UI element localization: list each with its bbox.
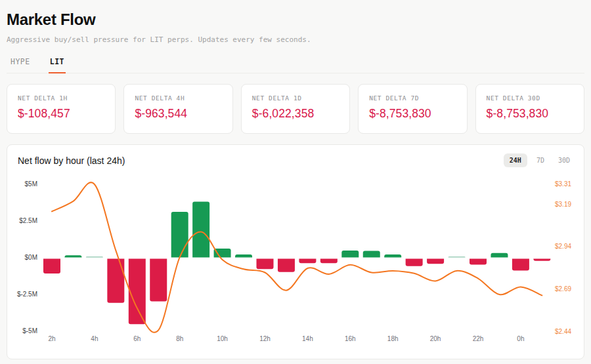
net-flow-bar-3h[interactable] — [64, 255, 81, 257]
net-flow-bar-8h[interactable] — [171, 212, 188, 257]
stat-value: $-108,457 — [18, 107, 104, 121]
x-axis-tick: 6h — [133, 335, 141, 342]
stat-value: $-8,753,830 — [487, 107, 573, 121]
net-flow-bar-0h[interactable] — [512, 259, 529, 271]
net-flow-bar-10h[interactable] — [214, 249, 231, 257]
stat-card-net-delta-1h: NET DELTA 1H $-108,457 — [7, 84, 116, 134]
range-button-7d[interactable]: 7D — [532, 153, 549, 167]
x-axis-tick: 4h — [91, 335, 98, 342]
net-flow-bar-4h[interactable] — [86, 256, 103, 257]
x-axis-tick: 0h — [517, 335, 524, 342]
stat-card-net-delta-7d: NET DELTA 7D $-8,753,830 — [358, 84, 467, 134]
x-axis-tick: 22h — [473, 335, 484, 342]
net-flow-bar-15h[interactable] — [320, 259, 338, 264]
tab-hype[interactable]: HYPE — [9, 54, 32, 73]
x-axis-tick: 12h — [259, 335, 271, 342]
net-flow-bar-14h[interactable] — [299, 259, 316, 264]
stat-label: NET DELTA 1D — [252, 94, 339, 102]
right-axis-tick: $2.69 — [555, 285, 571, 293]
range-button-24h[interactable]: 24H — [504, 153, 527, 167]
stat-card-net-delta-30d: NET DELTA 30D $-8,753,830 — [475, 84, 584, 134]
stat-card-net-delta-4h: NET DELTA 4H $-963,544 — [123, 84, 232, 134]
net-flow-bar-16h[interactable] — [341, 251, 359, 258]
stat-card-net-delta-1d: NET DELTA 1D $-6,022,358 — [241, 84, 350, 134]
right-axis-tick: $2.94 — [555, 243, 571, 250]
x-axis-tick: 2h — [48, 335, 55, 342]
left-axis-tick: $5M — [25, 180, 37, 188]
left-axis-tick: $-2.5M — [17, 291, 37, 298]
stat-label: NET DELTA 4H — [135, 94, 221, 102]
page-title: Market Flow — [7, 10, 584, 29]
net-flow-bar-2h[interactable] — [43, 259, 60, 273]
page-subtitle: Aggressive buy/sell pressure for LIT per… — [7, 35, 584, 44]
x-axis-tick: 14h — [302, 335, 313, 342]
net-flow-bar-6h[interactable] — [129, 259, 146, 325]
x-axis-tick: 18h — [387, 335, 399, 342]
net-flow-bar-9h[interactable] — [192, 201, 209, 257]
net-flow-bar-17h[interactable] — [363, 251, 380, 257]
left-axis-tick: $2.5M — [19, 217, 37, 224]
stat-value: $-6,022,358 — [252, 107, 339, 121]
net-flow-bar-20h[interactable] — [427, 259, 444, 264]
tab-lit[interactable]: LIT — [49, 54, 66, 73]
x-axis-tick: 10h — [217, 335, 228, 342]
net-flow-bar-1h[interactable] — [533, 259, 550, 261]
right-axis-tick: $3.31 — [555, 180, 571, 188]
stat-label: NET DELTA 1H — [18, 94, 104, 102]
x-axis-tick: 8h — [176, 335, 183, 342]
right-axis-tick: $3.19 — [555, 201, 571, 208]
range-button-30d[interactable]: 30D — [554, 153, 575, 167]
stat-value: $-963,544 — [135, 107, 221, 121]
net-flow-bar-21h[interactable] — [449, 256, 466, 257]
market-flow-page: Market Flow Aggressive buy/sell pressure… — [0, 0, 591, 364]
panel-header: Net flow by hour (last 24h) 24H 7D 30D — [7, 145, 584, 169]
net-flow-bar-7h[interactable] — [150, 259, 167, 302]
net-flow-chart[interactable]: $5M$2.5M$0M$-2.5M$-5M$3.31$3.19$2.94$2.6… — [7, 169, 584, 348]
asset-tabs: HYPE LIT — [7, 54, 584, 73]
range-toggle: 24H 7D 30D — [504, 153, 575, 167]
net-flow-bar-22h[interactable] — [470, 259, 487, 265]
net-flow-bar-23h[interactable] — [491, 253, 508, 258]
left-axis-tick: $-5M — [22, 327, 37, 334]
x-axis-tick: 16h — [345, 335, 356, 342]
net-flow-bar-18h[interactable] — [384, 254, 401, 257]
net-flow-bar-11h[interactable] — [235, 254, 252, 257]
net-flow-bar-19h[interactable] — [406, 259, 423, 266]
x-axis-tick: 20h — [430, 335, 441, 342]
net-flow-bar-5h[interactable] — [107, 259, 124, 303]
price-line — [52, 182, 542, 333]
net-flow-bar-13h[interactable] — [278, 259, 295, 272]
stat-label: NET DELTA 7D — [369, 94, 456, 102]
net-flow-panel: Net flow by hour (last 24h) 24H 7D 30D $… — [7, 144, 584, 359]
net-flow-bar-12h[interactable] — [257, 259, 274, 270]
stat-value: $-8,753,830 — [369, 107, 456, 121]
stat-label: NET DELTA 30D — [487, 94, 573, 102]
net-delta-cards: NET DELTA 1H $-108,457 NET DELTA 4H $-96… — [7, 84, 584, 134]
left-axis-tick: $0M — [25, 254, 37, 261]
chart-title: Net flow by hour (last 24h) — [18, 155, 125, 166]
right-axis-tick: $2.44 — [555, 328, 571, 335]
